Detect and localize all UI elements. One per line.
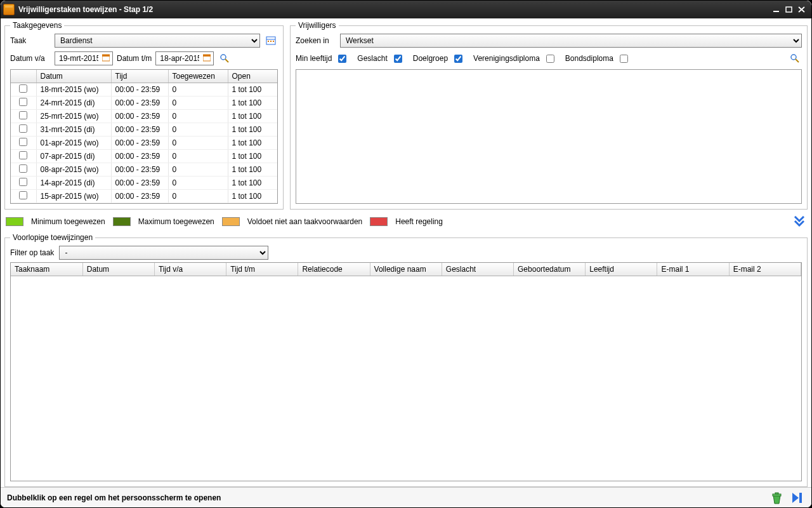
datum-va-field[interactable] (58, 53, 100, 64)
row-checkbox[interactable] (19, 164, 27, 173)
row-checkbox[interactable] (19, 191, 27, 199)
taak-table[interactable]: Datum Tijd Toegewezen Open 18-mrt-2015 (… (11, 70, 278, 203)
vrijwilligers-legend: Vrijwilligers (296, 21, 339, 30)
min-leeftijd-checkbox[interactable] (338, 55, 346, 63)
row-checkbox[interactable] (19, 124, 27, 133)
cell-datum: 31-mrt-2015 (di) (36, 123, 111, 137)
expand-down-icon[interactable] (792, 213, 806, 229)
cell-tijd: 00:00 - 23:59 (111, 83, 168, 97)
assign-col[interactable]: Geslacht (442, 263, 513, 276)
cell-open: 1 tot 100 (228, 137, 278, 150)
table-row[interactable]: 15-apr-2015 (wo)00:00 - 23:5901 tot 100 (11, 190, 278, 203)
doelgroep-checkbox[interactable] (454, 55, 462, 63)
svg-point-13 (221, 55, 226, 60)
app-window: Vrijwilligerstaken toewijzen - Stap 1/2 … (0, 0, 812, 508)
min-leeftijd-label: Min leeftijd (296, 54, 332, 63)
assign-col[interactable]: Volledige naam (370, 263, 442, 276)
taak-label: Taak (10, 36, 51, 45)
cell-datum: 18-mrt-2015 (wo) (36, 83, 111, 97)
cell-toegewezen: 0 (168, 190, 228, 203)
col-toegewezen[interactable]: Toegewezen (168, 70, 228, 83)
assign-col[interactable]: Tijd v/a (154, 263, 226, 276)
maximize-button[interactable] (783, 4, 795, 15)
cell-open: 1 tot 100 (228, 83, 278, 97)
status-hint: Dubbelklik op een regel om het persoonss… (7, 493, 221, 502)
legend-strip: Minimum toegewezen Maximum toegewezen Vo… (4, 211, 808, 232)
titlebar: Vrijwilligerstaken toewijzen - Stap 1/2 (1, 1, 811, 18)
datum-tm-field[interactable] (159, 53, 200, 64)
svg-rect-19 (799, 493, 802, 503)
assign-col[interactable]: E-mail 1 (657, 263, 729, 276)
calendar-icon[interactable] (203, 54, 212, 63)
svg-line-14 (225, 59, 228, 62)
trash-icon[interactable] (769, 491, 783, 505)
doelgroep-label: Doelgroep (413, 54, 448, 63)
calendar-icon[interactable] (102, 54, 111, 63)
filter-op-taak-label: Filter op taak (10, 248, 54, 257)
col-datum[interactable]: Datum (36, 70, 111, 83)
bondsdiploma-label: Bondsdiploma (565, 54, 613, 63)
row-checkbox[interactable] (19, 84, 27, 93)
cell-tijd: 00:00 - 23:59 (111, 177, 168, 190)
minimize-button[interactable] (771, 4, 782, 15)
row-checkbox[interactable] (19, 178, 27, 186)
filter-op-taak-select[interactable]: - (59, 246, 268, 260)
vrijwilligers-grid[interactable] (296, 69, 802, 204)
table-row[interactable]: 24-mrt-2015 (di)00:00 - 23:5901 tot 100 (11, 97, 278, 110)
bondsdiploma-checkbox[interactable] (620, 55, 628, 63)
table-row[interactable]: 07-apr-2015 (di)00:00 - 23:5901 tot 100 (11, 150, 278, 163)
col-check[interactable] (11, 70, 36, 83)
voorlopige-legend: Voorlopige toewijzingen (10, 233, 95, 242)
vrijwilligers-search-icon[interactable] (788, 51, 802, 65)
assign-col[interactable]: Geboortedatum (514, 263, 586, 276)
table-row[interactable]: 14-apr-2015 (di)00:00 - 23:5901 tot 100 (11, 177, 278, 190)
table-row[interactable]: 01-apr-2015 (wo)00:00 - 23:5901 tot 100 (11, 137, 278, 150)
datum-tm-label: Datum t/m (117, 54, 152, 63)
verenigingsdiploma-checkbox[interactable] (546, 55, 554, 63)
assign-col[interactable]: Datum (82, 263, 154, 276)
cell-tijd: 00:00 - 23:59 (111, 190, 168, 203)
zoeken-in-select[interactable]: Werkset (340, 34, 802, 48)
vrijwilligers-group: Vrijwilligers Zoeken in Werkset Min leef… (290, 21, 808, 210)
cell-datum: 01-apr-2015 (wo) (36, 137, 111, 150)
taak-calendar-grid-icon[interactable] (264, 34, 278, 48)
cell-tijd: 00:00 - 23:59 (111, 150, 168, 163)
cell-toegewezen: 0 (168, 163, 228, 177)
table-row[interactable]: 31-mrt-2015 (di)00:00 - 23:5901 tot 100 (11, 123, 278, 137)
col-tijd[interactable]: Tijd (111, 70, 168, 83)
row-checkbox[interactable] (19, 151, 27, 159)
taak-select[interactable]: Bardienst (55, 34, 260, 48)
row-checkbox[interactable] (19, 98, 27, 106)
taakgegevens-legend: Taakgegevens (10, 21, 64, 30)
assign-col[interactable]: E-mail 2 (729, 263, 801, 276)
toewijzingen-table[interactable]: TaaknaamDatumTijd v/aTijd t/mRelatiecode… (11, 263, 801, 276)
row-checkbox[interactable] (19, 111, 27, 119)
geslacht-label: Geslacht (357, 54, 387, 63)
table-row[interactable]: 08-apr-2015 (wo)00:00 - 23:5901 tot 100 (11, 163, 278, 177)
geslacht-checkbox[interactable] (394, 55, 402, 63)
cell-toegewezen: 0 (168, 83, 228, 97)
datum-tm-input[interactable] (155, 51, 214, 65)
taakgegevens-group: Taakgegevens Taak Bardienst Datum v/a (4, 21, 284, 210)
table-row[interactable]: 18-mrt-2015 (wo)00:00 - 23:5901 tot 100 (11, 83, 278, 97)
cell-tijd: 00:00 - 23:59 (111, 163, 168, 177)
close-button[interactable] (796, 4, 808, 15)
cell-open: 1 tot 100 (228, 177, 278, 190)
cell-open: 1 tot 100 (228, 150, 278, 163)
swatch-min (6, 217, 23, 226)
datum-va-input[interactable] (55, 51, 113, 65)
verenigingsdiploma-label: Verenigingsdiploma (473, 54, 540, 63)
assign-col[interactable]: Leeftijd (586, 263, 657, 276)
cell-datum: 07-apr-2015 (di) (36, 150, 111, 163)
assign-col[interactable]: Taaknaam (11, 263, 82, 276)
assign-col[interactable]: Relatiecode (298, 263, 370, 276)
taakgegevens-search-icon[interactable] (218, 51, 232, 65)
row-checkbox[interactable] (19, 138, 27, 146)
cell-toegewezen: 0 (168, 150, 228, 163)
next-step-icon[interactable] (790, 490, 805, 505)
legend-min-label: Minimum toegewezen (31, 217, 105, 226)
assign-col[interactable]: Tijd t/m (226, 263, 298, 276)
col-open[interactable]: Open (228, 70, 278, 83)
cell-toegewezen: 0 (168, 137, 228, 150)
table-row[interactable]: 25-mrt-2015 (wo)00:00 - 23:5901 tot 100 (11, 110, 278, 123)
